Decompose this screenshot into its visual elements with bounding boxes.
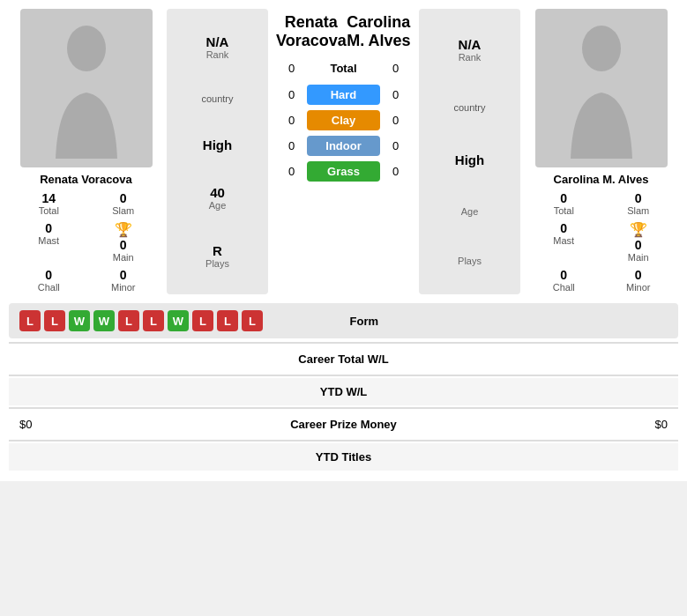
indoor-right: 0 (380, 139, 411, 152)
player1-total-label: Total (39, 205, 59, 216)
player2-chall-label: Chall (553, 282, 575, 293)
player2-chall-item: 0 Chall (527, 266, 601, 294)
player2-country-flag: country (453, 102, 485, 113)
form-bar: LLWWLLWLLL Form (9, 303, 678, 338)
player1-rank-value: N/A (206, 34, 229, 49)
player1-plays-item: R Plays (205, 243, 229, 269)
hard-left: 0 (276, 88, 307, 101)
form-badge-w: W (69, 310, 90, 331)
player2-age-label: Age (461, 206, 479, 217)
player2-total-item: 0 Total (527, 189, 601, 218)
form-badge-l: L (143, 310, 164, 331)
player2-minor-item: 0 Minor (602, 266, 676, 294)
hard-right: 0 (380, 88, 411, 101)
player1-country-item: country (201, 93, 233, 105)
trophy-icon-left: 🏆 (115, 221, 132, 238)
svg-point-1 (582, 26, 621, 71)
player2-rank-label: Rank (459, 52, 482, 63)
player2-high-value: High (455, 152, 484, 167)
player1-slam-label: Slam (112, 205, 134, 216)
player2-main-label: Main (628, 252, 649, 263)
clay-right: 0 (380, 114, 411, 127)
player1-rank-label: Rank (206, 49, 229, 60)
player2-mast-item: 0 Mast (527, 219, 601, 264)
player1-mast-label: Mast (38, 235, 59, 246)
player2-header-name: Carolina M. Alves (347, 13, 411, 50)
total-left: 0 (276, 62, 307, 75)
player1-high-item: High (203, 137, 232, 152)
hard-row: 0 Hard 0 (276, 85, 411, 105)
career-prize-label: Career Prize Money (182, 418, 506, 431)
form-badge-l: L (217, 310, 238, 331)
indoor-row: 0 Indoor 0 (276, 136, 411, 156)
player1-name: Renata Voracova (40, 173, 132, 186)
player2-main-value: 0 (635, 238, 642, 252)
form-badge-l: L (44, 310, 65, 331)
player1-age-label: Age (209, 200, 227, 211)
grass-right: 0 (380, 165, 411, 178)
divider2 (9, 375, 678, 376)
grass-badge: Grass (307, 161, 380, 182)
player1-age-item: 40 Age (209, 185, 227, 211)
player2-name: Carolina M. Alves (554, 173, 649, 186)
player1-main-value: 0 (120, 238, 127, 252)
career-prize-right: $0 (505, 418, 668, 431)
player2-total-label: Total (554, 205, 574, 216)
player1-minor-item: 0 Minor (87, 266, 161, 294)
player1-trophy-item: 🏆 0 Main (87, 219, 161, 264)
player2-rank-value: N/A (459, 37, 482, 52)
player2-age-item: Age (461, 206, 479, 217)
form-badge-w: W (168, 310, 189, 331)
player2-high-item: High (455, 152, 484, 167)
indoor-left: 0 (276, 139, 307, 152)
player1-plays-label: Plays (205, 258, 229, 269)
player2-stats: 0 Total 0 Slam 0 Mast 🏆 0 Main 0 (524, 189, 678, 294)
player2-country-item: country (453, 101, 485, 114)
ytd-wl-label: YTD W/L (182, 385, 506, 398)
divider3 (9, 407, 678, 409)
indoor-badge: Indoor (307, 136, 380, 156)
comparison-row: Renata Voracova 14 Total 0 Slam 0 Mast 🏆… (9, 9, 678, 294)
player2-header-name-box: Carolina M. Alves (347, 9, 411, 55)
ytd-titles-label: YTD Titles (182, 450, 506, 464)
player1-high-value: High (203, 137, 232, 152)
svg-point-0 (67, 26, 106, 71)
form-badges-left: LLWWLLWLLL (19, 310, 263, 331)
player2-avatar (535, 9, 668, 167)
player1-info-panel: N/A Rank country High 40 Age R Plays (167, 9, 268, 294)
player1-chall-item: 0 Chall (12, 266, 86, 294)
form-label: Form (263, 315, 466, 328)
clay-left: 0 (276, 114, 307, 127)
player2-minor-label: Minor (626, 282, 651, 293)
main-container: Renata Voracova 14 Total 0 Slam 0 Mast 🏆… (0, 0, 687, 481)
player1-stats: 14 Total 0 Slam 0 Mast 🏆 0 Main 0 (9, 189, 163, 294)
player2-mast-value: 0 (560, 221, 567, 235)
player1-main-label: Main (113, 252, 134, 263)
player2-mast-label: Mast (553, 235, 574, 246)
player1-mast-value: 0 (45, 221, 52, 235)
center-section: Renata Voracova Carolina M. Alves 0 Tota… (272, 9, 415, 294)
ytd-titles-row: YTD Titles (9, 443, 678, 471)
player2-total-value: 0 (560, 191, 567, 205)
player2-plays-item: Plays (458, 256, 482, 266)
player2-trophy-item: 🏆 0 Main (602, 219, 676, 264)
divider4 (9, 440, 678, 442)
form-badge-l: L (242, 310, 263, 331)
total-right: 0 (380, 62, 411, 75)
grass-row: 0 Grass 0 (276, 161, 411, 182)
player2-chall-value: 0 (560, 268, 567, 282)
player1-chall-label: Chall (38, 282, 60, 293)
career-prize-row: $0 Career Prize Money $0 (9, 411, 678, 438)
player1-slam-value: 0 (120, 191, 127, 205)
player1-rank-item: N/A Rank (206, 34, 229, 60)
player1-header-name: Renata Voracova (276, 13, 347, 50)
player1-total-item: 14 Total (12, 189, 86, 218)
divider1 (9, 342, 678, 344)
player1-mast-item: 0 Mast (12, 219, 86, 264)
form-badge-l: L (192, 310, 213, 331)
player1-chall-value: 0 (45, 268, 52, 282)
player1-total-value: 14 (41, 191, 56, 205)
player1-age-value: 40 (209, 185, 227, 200)
form-badge-l: L (19, 310, 41, 331)
career-prize-left: $0 (19, 418, 182, 431)
